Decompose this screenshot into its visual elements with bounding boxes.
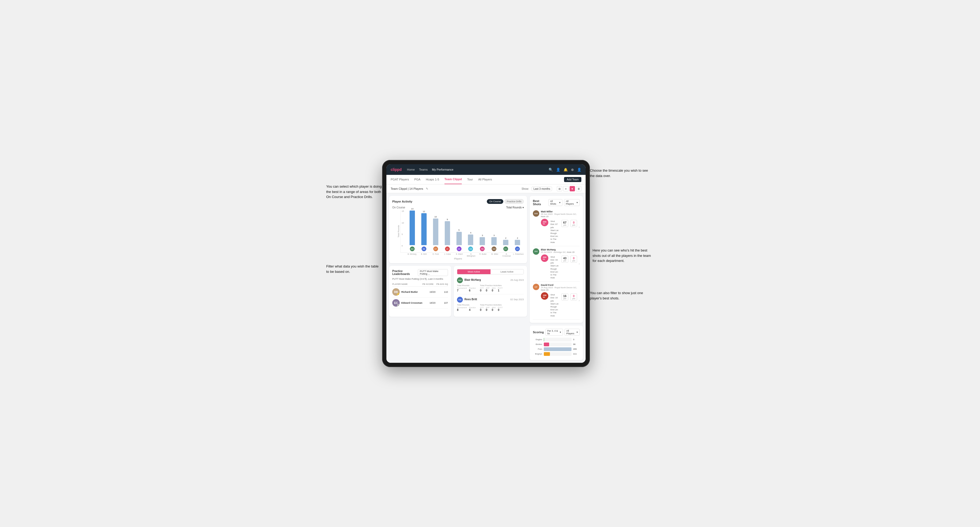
shot-entry-miller: MM Matt Miller 09 Jun 2023 · Royal North… (533, 208, 580, 246)
bar-m-miller-bar (492, 237, 497, 245)
avatar-r-butler: RB (480, 246, 485, 251)
active-stats-britt: Total Rounds Tournament 8 (457, 304, 524, 311)
shot-player-name-miller: Matt Miller (541, 210, 577, 213)
scoring-value-eagles: 3 (573, 338, 580, 341)
tab-tour[interactable]: Tour (467, 175, 473, 184)
shot-location-mcharg: 23 Jul 2023 · Ashridge GC, Hole 15 (541, 251, 577, 253)
x-label-l-robertson: L. Robertson (513, 253, 524, 257)
grid-view-icon[interactable]: ⊞ (557, 186, 562, 191)
user-icon[interactable]: 👤 (556, 168, 560, 171)
player-name-butler: Richard Butler (401, 290, 423, 293)
shot-info-mcharg: Blair McHarg 23 Jul 2023 · Ashridge GC, … (541, 248, 577, 279)
th-pb-avg: PB AVG SQ (434, 283, 448, 285)
bell-icon[interactable]: 🔔 (563, 168, 568, 171)
show-dropdown[interactable]: Last 3 months (531, 187, 552, 191)
x-label-r-butler: R. Butler (477, 253, 488, 257)
player-score-butler: 19/20 (425, 290, 436, 293)
tab-pga[interactable]: PGA (414, 175, 420, 184)
active-avatar-britt: RB (457, 297, 463, 303)
right-panel: Best Shots All Shots ▾ All Players ▾ (530, 196, 583, 360)
on-course-toggle[interactable]: On Course (487, 199, 503, 204)
x-label-m-miller: M. Miller (490, 253, 500, 257)
avatar-icon[interactable]: 👤 (577, 168, 581, 171)
th-player-name: PLAYER NAME (392, 283, 419, 285)
table-view-icon[interactable]: ≣ (576, 186, 581, 191)
tab-hcaps[interactable]: Hcaps 1-5 (426, 175, 439, 184)
avatar-j-coles: JC (445, 246, 450, 251)
shot-yds-mcharg: 43 yds 0 yds (562, 256, 577, 263)
chevron-mcharg[interactable]: › (579, 262, 580, 266)
scoring-label-eagles: Eagles (533, 338, 542, 341)
shot-location-ford: 24 Aug 2023 · Royal North Devon GC, Hole… (541, 286, 577, 291)
nav-teams[interactable]: Teams (419, 168, 428, 171)
player-row-crossman: EC 2 Edward Crossman 18/20 107 (392, 298, 448, 308)
bar-e-crossman-bar (503, 240, 508, 245)
tablet-screen: clippd Home Teams My Performance 🔍 👤 🔔 ⊕… (387, 164, 585, 363)
shot-yd2-mcharg: 0 yds (570, 256, 577, 263)
x-label-e-crossman: E. Crossman (501, 253, 512, 257)
nav-home[interactable]: Home (407, 168, 415, 171)
scoring-value-pars: 499 (573, 348, 580, 350)
bottom-row: Practice Leaderboards PUTT Must Make Put… (389, 266, 527, 317)
most-active-toggle[interactable]: Most Active (457, 269, 490, 274)
shot-yd1-ford: 16 yds (562, 293, 568, 300)
annotation-filter: Filter what data you wish the table to b… (326, 264, 379, 274)
practice-dropdown[interactable]: PUTT Must Make Putting ... (418, 269, 448, 276)
x-label-j-coles: J. Coles (442, 253, 453, 257)
shot-badge-miller: 200 SG (541, 219, 548, 226)
left-panel: Player Activity On Course Practice Drill… (389, 196, 527, 360)
player-activity-header: Player Activity On Course Practice Drill… (392, 199, 524, 204)
practice-drills-toggle[interactable]: Practice Drills (504, 199, 524, 204)
scoring-filter1[interactable]: Par 3, 4 & 5s ▾ (546, 329, 563, 336)
add-team-button[interactable]: Add Team (564, 177, 581, 182)
chevron-miller[interactable]: › (579, 225, 580, 229)
shot-info-miller: Matt Miller 09 Jun 2023 · Royal North De… (541, 210, 577, 244)
scoring-row-eagles: Eagles 3 (533, 338, 580, 341)
nav-links: Home Teams My Performance (407, 168, 453, 171)
edit-icon[interactable]: ✎ (426, 187, 428, 190)
x-label-d-ford: D. Ford (430, 253, 441, 257)
scoring-bar-eagles (544, 338, 544, 341)
chevron-ford[interactable]: › (579, 298, 580, 302)
scoring-row-pars: Pars 499 (533, 347, 580, 351)
shot-yds-ford: 16 yds 0 yds (562, 293, 577, 300)
player-activity-title: Player Activity (392, 200, 412, 203)
shot-avatar-miller: MM (533, 210, 539, 217)
shot-yd2-ford: 0 yds (570, 293, 577, 300)
card-view-icon[interactable]: ♥ (570, 186, 575, 191)
least-active-toggle[interactable]: Least Active (490, 269, 523, 274)
bar-b-britt: 12 BB (418, 210, 429, 251)
avatar-b-mcharg: BM (410, 246, 415, 251)
nav-bar: clippd Home Teams My Performance 🔍 👤 🔔 ⊕… (387, 164, 585, 175)
search-icon[interactable]: 🔍 (549, 168, 553, 171)
th-pb-score: PB SCORE (420, 283, 434, 285)
y-axis-title: Total Rounds (397, 225, 400, 238)
best-shots-title: Best Shots (533, 199, 547, 206)
scoring-row-birdies: Birdies 96 (533, 343, 580, 346)
course-toggle-group: On Course Practice Drills (487, 199, 524, 204)
chart-dropdown[interactable]: Total Rounds ▾ (506, 206, 524, 209)
best-shots-header: Best Shots All Shots ▾ All Players ▾ (533, 199, 580, 206)
scoring-card: Scoring Par 3, 4 & 5s ▾ All Players ▾ (530, 325, 583, 360)
active-player-header-mcharg: BM Blair McHarg 26 Aug 2023 (457, 276, 524, 283)
active-name-britt: Rees Britt (465, 298, 477, 301)
shot-player-name-ford: David Ford (541, 284, 577, 286)
list-view-icon[interactable]: ≡ (563, 186, 568, 191)
all-players-filter[interactable]: All Players ▾ (564, 199, 580, 206)
y-axis: 15 10 5 0 (402, 210, 404, 247)
tab-pgat-players[interactable]: PGAT Players (391, 175, 409, 184)
y-label-15: 15 (402, 210, 404, 213)
show-label: Show: (522, 187, 529, 190)
scoring-bar-wrap-eagles (544, 338, 571, 341)
tab-team-clippd[interactable]: Team Clippd (444, 175, 462, 184)
bar-l-robertson-bar (515, 240, 520, 245)
all-shots-filter[interactable]: All Shots ▾ (548, 199, 562, 206)
player-avg-butler: 110 (437, 290, 448, 293)
scoring-bar-birdies (544, 343, 549, 346)
nav-my-performance[interactable]: My Performance (432, 168, 453, 171)
active-avatar-mcharg: BM (457, 277, 463, 283)
plus-icon[interactable]: ⊕ (571, 168, 574, 171)
scoring-filter2[interactable]: All Players ▾ (565, 329, 580, 336)
bar-o-billingham: 4 OB (466, 232, 476, 251)
tab-all-players[interactable]: All Players (478, 175, 492, 184)
